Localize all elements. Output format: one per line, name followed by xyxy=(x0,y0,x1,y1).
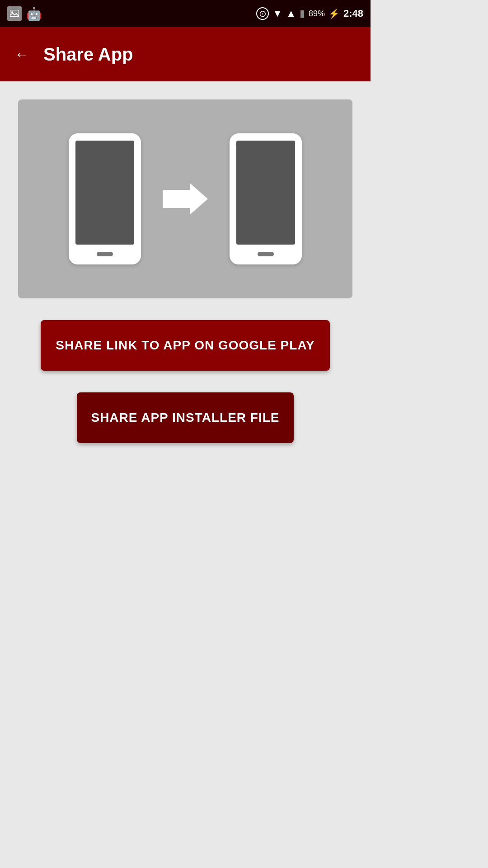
back-arrow-icon: ← xyxy=(14,46,29,63)
share-installer-button[interactable]: SHARE APP INSTALLER FILE xyxy=(77,392,294,443)
target-phone xyxy=(230,133,302,264)
source-phone xyxy=(69,133,141,264)
status-bar-right: ⊙ ▼ ▲ ▮ 89% ⚡ 2:48 xyxy=(256,7,363,20)
svg-marker-2 xyxy=(163,183,208,215)
wifi-icon: ▼ xyxy=(272,8,282,19)
signal-icon: ▲ xyxy=(286,8,296,19)
battery-charging-icon: ⚡ xyxy=(328,8,340,19)
status-bar: 🤖 ⊙ ▼ ▲ ▮ 89% ⚡ 2:48 xyxy=(0,0,371,27)
phone-home-button-right xyxy=(258,252,274,256)
transfer-arrow-icon xyxy=(163,183,208,215)
phone-screen-right xyxy=(236,141,295,245)
toolbar: ← Share App xyxy=(0,27,371,81)
share-link-label: SHARE LINK TO APP ON GOOGLE PLAY xyxy=(56,338,314,352)
gallery-icon xyxy=(7,6,22,21)
page-title: Share App xyxy=(43,44,133,65)
main-content: SHARE LINK TO APP ON GOOGLE PLAY SHARE A… xyxy=(0,81,371,461)
share-link-button[interactable]: SHARE LINK TO APP ON GOOGLE PLAY xyxy=(41,320,330,371)
status-bar-left: 🤖 xyxy=(7,6,42,21)
share-illustration xyxy=(18,99,352,298)
phone-home-button-left xyxy=(97,252,113,256)
phone-screen-left xyxy=(75,141,134,245)
clock: 2:48 xyxy=(343,8,363,19)
share-installer-label: SHARE APP INSTALLER FILE xyxy=(91,410,279,425)
battery-level: 89% xyxy=(309,9,325,19)
no-sim-icon: ▮ xyxy=(300,8,305,19)
back-button[interactable]: ← xyxy=(11,43,33,65)
robot-icon: 🤖 xyxy=(26,6,42,21)
dnd-icon: ⊙ xyxy=(256,7,269,20)
